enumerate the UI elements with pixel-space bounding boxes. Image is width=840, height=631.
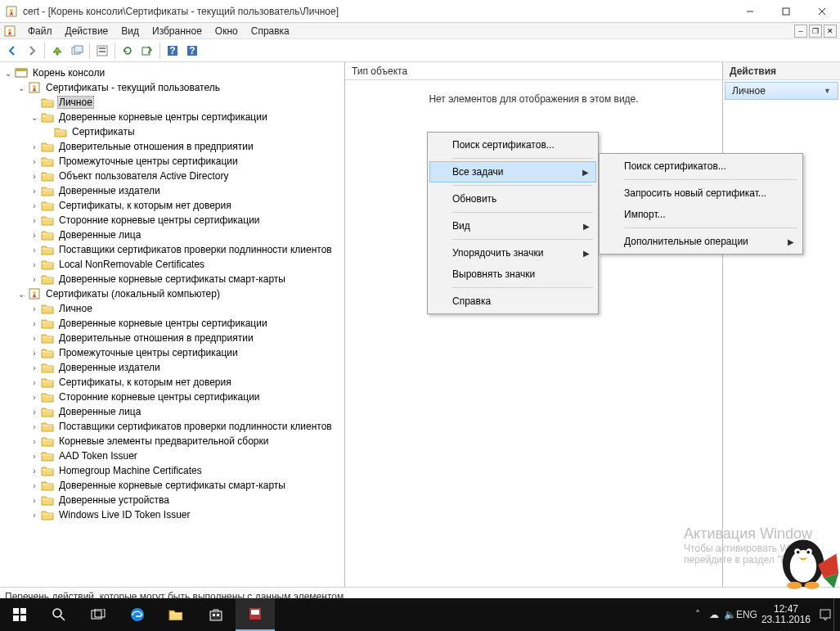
tree-item[interactable]: ›Промежуточные центры сертификации (3, 154, 344, 169)
up-button[interactable] (48, 42, 66, 60)
sub-find-certs[interactable]: Поиск сертификатов... (601, 155, 801, 177)
sub-advanced[interactable]: Дополнительные операции▶ (601, 231, 801, 252)
tree-item[interactable]: ›Доверенные издатели (3, 183, 344, 198)
expand-icon[interactable]: › (29, 201, 39, 210)
edge-icon[interactable] (118, 598, 157, 631)
tree-item[interactable]: ›Сертификаты, к которым нет доверия (3, 198, 344, 213)
tree-item[interactable]: ›AAD Token Issuer (3, 448, 344, 463)
tree-item[interactable]: ›Local NonRemovable Certificates (3, 257, 344, 272)
tray-chevron-up-icon[interactable]: ˄ (690, 598, 706, 631)
help-button[interactable] (164, 42, 182, 60)
refresh-button[interactable] (119, 42, 137, 60)
tray-clock[interactable]: 12:47 23.11.2016 (755, 604, 817, 625)
expand-icon[interactable]: › (29, 274, 39, 284)
expand-icon[interactable]: › (29, 230, 39, 240)
tree-item[interactable]: ›Личное (3, 301, 344, 316)
help2-button[interactable] (183, 42, 201, 60)
expand-icon[interactable]: › (29, 259, 39, 269)
collapse-icon[interactable]: ⌄ (16, 83, 26, 92)
expand-icon[interactable]: › (29, 215, 39, 225)
tray-lang[interactable]: ENG (739, 598, 755, 631)
tree-pane[interactable]: ⌄Корень консоли⌄Сертификаты - текущий по… (0, 62, 345, 587)
tray-notifications-icon[interactable] (817, 598, 833, 631)
expand-icon[interactable]: › (29, 304, 39, 313)
ctx-align-icons[interactable]: Выровнять значки (429, 264, 596, 285)
tree-item[interactable]: ›Сторонние корневые центры сертификации (3, 390, 344, 404)
ctx-help[interactable]: Справка (429, 291, 596, 312)
tree-item[interactable]: ›Доверенные корневые сертификаты смарт-к… (3, 478, 344, 493)
tree-item[interactable]: ›Промежуточные центры сертификации (3, 345, 344, 360)
show-desktop-button[interactable] (833, 598, 840, 631)
expand-icon[interactable]: › (29, 348, 39, 358)
actions-item-personal[interactable]: Личное ▼ (725, 82, 838, 100)
explorer-icon[interactable] (157, 598, 196, 631)
forward-button[interactable] (23, 42, 41, 60)
tree-item[interactable]: ›Windows Live ID Token Issuer (3, 507, 344, 522)
expand-icon[interactable]: › (29, 407, 39, 417)
expand-icon[interactable]: › (29, 495, 39, 505)
tree-item[interactable]: Личное (3, 95, 344, 110)
expand-icon[interactable]: › (29, 377, 39, 387)
expand-icon[interactable]: › (29, 451, 39, 461)
collapse-icon[interactable]: ⌄ (16, 289, 26, 299)
mdi-minimize-button[interactable]: – (794, 25, 807, 38)
expand-icon[interactable]: › (29, 171, 39, 181)
sub-import[interactable]: Импорт... (601, 204, 801, 225)
expand-icon[interactable]: › (29, 186, 39, 196)
expand-icon[interactable]: › (29, 466, 39, 476)
tree-item[interactable]: ›Доверенные лица (3, 228, 344, 242)
expand-icon[interactable]: › (29, 318, 39, 328)
collapse-icon[interactable]: ⌄ (3, 68, 13, 78)
tray-onedrive-icon[interactable]: ☁ (706, 598, 722, 631)
ctx-all-tasks[interactable]: Все задачи▶ (429, 161, 596, 183)
ctx-view[interactable]: Вид▶ (429, 215, 596, 237)
tree-item[interactable]: ›Homegroup Machine Certificates (3, 463, 344, 478)
back-button[interactable] (3, 42, 21, 60)
sub-request-cert[interactable]: Запросить новый сертификат... (601, 183, 801, 204)
expand-icon[interactable]: › (29, 436, 39, 446)
content-header[interactable]: Тип объекта (345, 62, 722, 80)
expand-icon[interactable]: › (29, 156, 39, 166)
tree-item[interactable]: ⌄Доверенные корневые центры сертификации (3, 110, 344, 124)
tree-item[interactable]: ›Сторонние корневые центры сертификации (3, 213, 344, 228)
menu-file[interactable]: Файл (21, 24, 59, 38)
close-button[interactable] (804, 0, 840, 23)
tree-item[interactable]: ›Поставщики сертификатов проверки подлин… (3, 419, 344, 434)
expand-icon[interactable]: › (29, 245, 39, 255)
mdi-close-button[interactable]: ✕ (824, 25, 837, 38)
tree-item[interactable]: ⌄Сертификаты (локальный компьютер) (3, 286, 344, 301)
collapse-icon[interactable]: ⌄ (29, 112, 39, 122)
ctx-refresh[interactable]: Обновить (429, 188, 596, 210)
tree-item[interactable]: ›Корневые элементы предварительной сборк… (3, 434, 344, 448)
mdi-restore-button[interactable]: ❐ (809, 25, 822, 38)
tree-item[interactable]: ›Доверенные лица (3, 404, 344, 419)
expand-icon[interactable]: › (29, 510, 39, 520)
expand-icon[interactable]: › (29, 421, 39, 431)
menu-view[interactable]: Вид (115, 24, 146, 38)
start-button[interactable] (0, 598, 39, 631)
tree-item[interactable]: ›Поставщики сертификатов проверки подлин… (3, 242, 344, 257)
menu-help[interactable]: Справка (245, 24, 296, 38)
menu-window[interactable]: Окно (209, 24, 245, 38)
export-button[interactable] (138, 42, 156, 60)
menu-favorites[interactable]: Избранное (146, 24, 209, 38)
tree-item[interactable]: ›Доверенные корневые центры сертификации (3, 316, 344, 331)
expand-icon[interactable]: › (29, 363, 39, 372)
taskview-button[interactable] (79, 598, 118, 631)
ctx-arrange-icons[interactable]: Упорядочить значки▶ (429, 242, 596, 264)
show-tree-button[interactable] (68, 42, 86, 60)
tree-item[interactable]: ›Сертификаты, к которым нет доверия (3, 375, 344, 390)
expand-icon[interactable]: › (29, 480, 39, 490)
tree-item[interactable]: ⌄Корень консоли (3, 65, 344, 80)
tree-item[interactable]: ›Доверенные устройства (3, 493, 344, 507)
menu-action[interactable]: Действие (59, 24, 115, 38)
maximize-button[interactable] (768, 0, 804, 23)
ctx-find-certs[interactable]: Поиск сертификатов... (429, 134, 596, 155)
tree-item[interactable]: ›Доверенные корневые сертификаты смарт-к… (3, 272, 344, 286)
tree-item[interactable]: ›Доверительные отношения в предприятии (3, 331, 344, 345)
tree-item[interactable]: ⌄Сертификаты - текущий пользователь (3, 80, 344, 95)
expand-icon[interactable]: › (29, 392, 39, 402)
properties-button[interactable] (93, 42, 111, 60)
search-button[interactable] (39, 598, 79, 631)
expand-icon[interactable]: › (29, 142, 39, 151)
